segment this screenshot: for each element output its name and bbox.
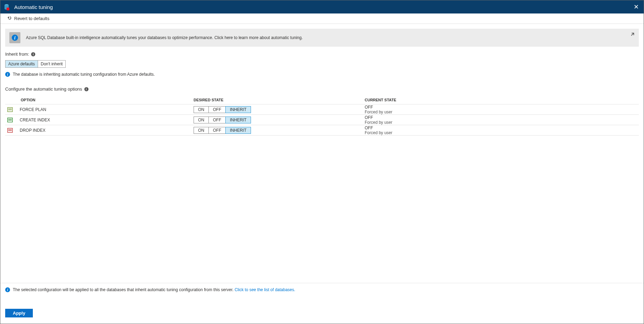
- header-option: OPTION: [5, 98, 194, 102]
- info-icon: i: [9, 32, 20, 43]
- svg-rect-8: [8, 110, 12, 110]
- revert-label: Revert to defaults: [14, 16, 49, 21]
- list-databases-link[interactable]: Click to see the list of databases.: [235, 287, 295, 292]
- toolbar: Revert to defaults: [0, 13, 644, 24]
- table-header: OPTION DESIRED STATE CURRENT STATE: [5, 96, 639, 104]
- state-inherit[interactable]: INHERIT: [225, 127, 251, 134]
- current-state-value: OFF: [365, 105, 639, 110]
- revert-to-defaults-button[interactable]: Revert to defaults: [7, 16, 49, 21]
- apply-button[interactable]: Apply: [5, 309, 33, 317]
- inherit-dont-inherit[interactable]: Don't inherit: [38, 61, 66, 67]
- state-on[interactable]: ON: [194, 106, 209, 113]
- option-icon: [7, 107, 13, 112]
- current-state-reason: Forced by user: [365, 120, 639, 125]
- inherit-from-label: Inherit from: i: [5, 52, 639, 57]
- info-icon: i: [5, 287, 10, 292]
- state-off[interactable]: OFF: [208, 127, 226, 134]
- state-on[interactable]: ON: [194, 127, 209, 134]
- inherit-status: i The database is inheriting automatic t…: [5, 72, 639, 77]
- option-icon: [7, 117, 13, 123]
- current-state-reason: Forced by user: [365, 130, 639, 135]
- svg-rect-3: [7, 8, 9, 10]
- options-table: OPTION DESIRED STATE CURRENT STATE FORCE…: [5, 96, 639, 136]
- content-area: i Azure SQL Database built-in intelligen…: [0, 24, 644, 283]
- configure-label: Configure the automatic tuning options i: [5, 86, 639, 92]
- state-toggle: ON OFF INHERIT: [194, 117, 251, 123]
- database-icon: [3, 3, 10, 10]
- header-current: CURRENT STATE: [365, 98, 639, 102]
- svg-rect-14: [8, 130, 12, 131]
- header-desired: DESIRED STATE: [194, 98, 365, 102]
- state-off[interactable]: OFF: [208, 117, 226, 123]
- state-inherit[interactable]: INHERIT: [225, 117, 251, 123]
- inherit-toggle: Azure defaults Don't inherit: [5, 60, 66, 68]
- state-on[interactable]: ON: [194, 117, 209, 123]
- help-icon[interactable]: i: [84, 87, 88, 91]
- option-icon: [7, 128, 13, 133]
- window-title: Automatic tuning: [14, 4, 632, 10]
- info-icon: i: [5, 72, 10, 77]
- table-row: CREATE INDEX ON OFF INHERIT OFFForced by…: [5, 115, 639, 125]
- option-name: FORCE PLAN: [20, 107, 46, 112]
- svg-rect-7: [8, 109, 12, 109]
- footer-text: The selected configuration will be appli…: [13, 287, 235, 292]
- current-state-reason: Forced by user: [365, 110, 639, 114]
- close-button[interactable]: ✕: [632, 3, 641, 11]
- svg-rect-11: [8, 120, 12, 121]
- info-banner[interactable]: i Azure SQL Database built-in intelligen…: [5, 29, 639, 47]
- external-link-icon[interactable]: [630, 32, 635, 38]
- banner-message[interactable]: Azure SQL Database built-in intelligence…: [26, 35, 635, 40]
- table-row: DROP INDEX ON OFF INHERIT OFFForced by u…: [5, 125, 639, 136]
- state-toggle: ON OFF INHERIT: [194, 106, 251, 113]
- option-name: DROP INDEX: [20, 128, 45, 133]
- help-icon[interactable]: i: [31, 52, 35, 56]
- svg-text:i: i: [14, 35, 16, 40]
- option-name: CREATE INDEX: [20, 118, 50, 122]
- inherit-azure-defaults[interactable]: Azure defaults: [6, 61, 38, 67]
- titlebar: Automatic tuning ✕: [0, 0, 644, 13]
- footer-message: i The selected configuration will be app…: [5, 287, 639, 292]
- footer: i The selected configuration will be app…: [0, 283, 644, 324]
- svg-rect-10: [8, 119, 12, 120]
- state-off[interactable]: OFF: [208, 106, 226, 113]
- state-inherit[interactable]: INHERIT: [225, 106, 251, 113]
- current-state-value: OFF: [365, 126, 639, 130]
- table-row: FORCE PLAN ON OFF INHERIT OFFForced by u…: [5, 104, 639, 115]
- inherit-status-text: The database is inheriting automatic tun…: [13, 72, 155, 77]
- current-state-value: OFF: [365, 115, 639, 120]
- state-toggle: ON OFF INHERIT: [194, 127, 251, 134]
- undo-icon: [7, 16, 12, 21]
- svg-rect-13: [8, 129, 12, 130]
